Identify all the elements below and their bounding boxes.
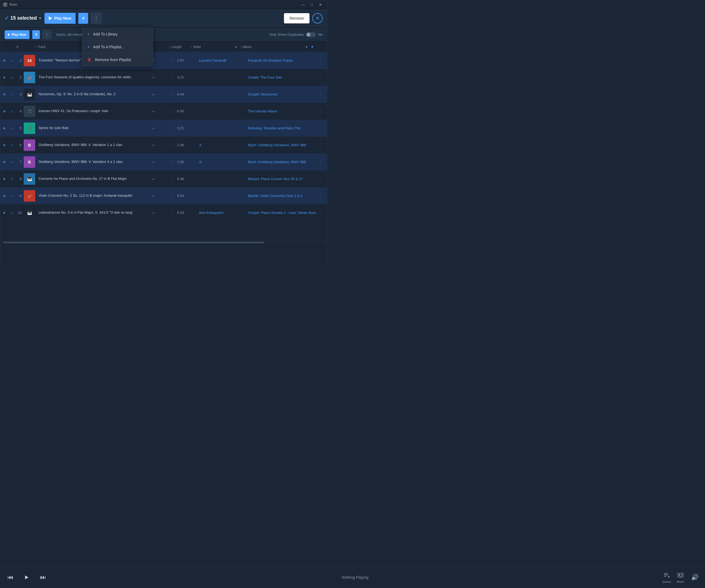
- row-play-button[interactable]: [2, 143, 7, 147]
- track-row[interactable]: ≡ 2 🎻 The Four Seasons (Il quattro stagi…: [0, 69, 327, 86]
- row-more-button[interactable]: ⋮: [316, 193, 325, 198]
- col-album-filter[interactable]: ▼: [305, 45, 311, 49]
- row-album[interactable]: Bartók: Violin Concertos Nos 1 & 2: [248, 194, 316, 198]
- row-album[interactable]: Bach: Goldberg Variations, BWV 988: [248, 143, 316, 147]
- row-album[interactable]: Chopin: Piano Sonata 2 - Liszt: Dante So…: [248, 211, 316, 215]
- row-drag-handle[interactable]: ≡: [11, 58, 13, 63]
- artist-filter-icon[interactable]: ▼: [235, 46, 237, 49]
- minimize-button[interactable]: —: [299, 2, 307, 8]
- row-more-button[interactable]: ⋮: [316, 176, 325, 181]
- row-album[interactable]: Pavarotti 24 Greatest Tracks: [248, 58, 316, 62]
- track-row[interactable]: ≡ 6 B Goldberg Variations, BWV 988: II. …: [0, 137, 327, 153]
- play-now-button[interactable]: Play Now: [44, 13, 76, 24]
- row-play-button[interactable]: [2, 160, 7, 164]
- row-checkbox[interactable]: [2, 194, 11, 198]
- heart-icon[interactable]: ♡: [171, 109, 175, 114]
- track-row[interactable]: ≡ 4 🎵 Imeneo HWV 41: Se Potessero i sosp…: [0, 103, 327, 120]
- heart-icon[interactable]: ♡: [171, 211, 175, 215]
- play-now-small-dropdown[interactable]: ▼: [32, 30, 40, 39]
- row-album[interactable]: Vivaldi: The Four Sea: [248, 75, 316, 79]
- row-heart[interactable]: ♡: [168, 160, 177, 164]
- row-heart[interactable]: ♡: [168, 177, 177, 181]
- row-more-button[interactable]: ⋮: [316, 92, 325, 97]
- horizontal-scrollbar-thumb[interactable]: [3, 242, 264, 243]
- selected-dropdown-arrow[interactable]: ▼: [39, 16, 42, 20]
- row-checkbox[interactable]: [2, 126, 11, 130]
- row-drag-handle[interactable]: ≡: [11, 92, 13, 97]
- row-play-button[interactable]: [2, 211, 7, 215]
- row-heart[interactable]: ♡: [168, 211, 177, 215]
- row-drag-handle[interactable]: ≡: [11, 143, 13, 147]
- remove-from-playlist-item[interactable]: 🗑 Remove from Playlist: [82, 53, 153, 66]
- heart-icon[interactable]: ♡: [171, 194, 175, 198]
- row-checkbox[interactable]: [2, 160, 11, 164]
- heart-icon[interactable]: ♡: [171, 143, 175, 147]
- col-artist-header[interactable]: ↕ Artist: [191, 45, 235, 49]
- row-play-button[interactable]: [2, 58, 7, 63]
- row-artist[interactable]: Ji: [199, 160, 242, 164]
- row-more-button[interactable]: ⋮: [316, 75, 325, 80]
- row-artist[interactable]: Ji: [199, 143, 242, 147]
- heart-icon[interactable]: ♡: [171, 126, 175, 130]
- row-drag-handle[interactable]: ≡: [11, 177, 13, 181]
- row-checkbox[interactable]: [2, 143, 11, 147]
- close-button[interactable]: ✕: [317, 2, 324, 8]
- row-play-button[interactable]: [2, 126, 7, 130]
- row-heart[interactable]: ♡: [168, 194, 177, 198]
- heart-icon[interactable]: ♡: [171, 75, 175, 80]
- row-play-button[interactable]: [2, 75, 7, 80]
- maximize-button[interactable]: □: [308, 2, 316, 8]
- album-filter-icon[interactable]: ▼: [305, 46, 308, 49]
- horizontal-scrollbar[interactable]: [0, 241, 327, 244]
- row-artist[interactable]: Aimi Kobayashi: [199, 211, 242, 215]
- more-options-button[interactable]: ⋮: [91, 13, 102, 24]
- row-drag-handle[interactable]: ≡: [11, 194, 13, 198]
- heart-icon[interactable]: ♡: [171, 92, 175, 97]
- track-row[interactable]: ≡ 9 🎻 Violin Concerto No. 2 Sz. 112 in B…: [0, 187, 327, 205]
- row-checkbox[interactable]: [2, 75, 11, 80]
- row-drag-handle[interactable]: ≡: [11, 109, 13, 114]
- row-checkbox[interactable]: [2, 109, 11, 114]
- track-row[interactable]: ≡ 10 🎹 Liebesträume No. 3 in A-Flat Majo…: [0, 205, 327, 221]
- row-more-button[interactable]: ⋮: [316, 210, 325, 215]
- more-options-small-button[interactable]: ⋮: [43, 30, 51, 39]
- row-more-button[interactable]: ⋮: [316, 126, 325, 131]
- row-checkbox[interactable]: [2, 177, 11, 181]
- col-album-header[interactable]: ↕ Album: [240, 45, 305, 49]
- duplicates-toggle[interactable]: [306, 32, 316, 37]
- row-album[interactable]: Bach: Goldberg Variations, BWV 988: [248, 160, 316, 164]
- row-heart[interactable]: ♡: [168, 58, 177, 63]
- remove-button[interactable]: Remove: [284, 13, 310, 24]
- track-row[interactable]: ≡ 3 🎹 Nocturnes, Op. 9: No. 2 in E flat …: [0, 86, 327, 103]
- row-play-button[interactable]: [2, 177, 7, 181]
- row-heart[interactable]: ♡: [168, 109, 177, 114]
- row-more-button[interactable]: ⋮: [316, 58, 325, 63]
- row-album[interactable]: Chopin: Nocturnes: [248, 92, 316, 96]
- row-heart[interactable]: ♡: [168, 143, 177, 147]
- row-album[interactable]: The Handel Album: [248, 109, 316, 113]
- track-row[interactable]: ≡ 8 🎹 Concerto for Piano and Orchestra N…: [0, 171, 327, 187]
- add-to-playlist-item[interactable]: + Add To A Playlist...: [82, 41, 153, 53]
- row-drag-handle[interactable]: ≡: [11, 160, 13, 164]
- row-more-button[interactable]: ⋮: [316, 108, 325, 114]
- col-chevron-header[interactable]: ▼: [311, 45, 316, 49]
- row-album[interactable]: Debussy: Sonatas and Piano Trio: [248, 126, 316, 130]
- row-drag-handle[interactable]: ≡: [11, 126, 13, 130]
- row-checkbox[interactable]: [2, 92, 11, 97]
- row-more-button[interactable]: ⋮: [316, 142, 325, 148]
- heart-icon[interactable]: ♡: [171, 160, 175, 164]
- heart-icon[interactable]: ♡: [171, 58, 175, 63]
- col-artist-filter[interactable]: ▼: [235, 45, 240, 49]
- row-heart[interactable]: ♡: [168, 126, 177, 130]
- play-now-small-button[interactable]: Play Now: [5, 30, 30, 39]
- row-album[interactable]: Mozart: Piano Concer Nos 25 & 27: [248, 177, 316, 181]
- close-selection-button[interactable]: ✕: [312, 13, 323, 24]
- row-play-button[interactable]: [2, 194, 7, 198]
- row-drag-handle[interactable]: ≡: [11, 75, 13, 80]
- row-heart[interactable]: ♡: [168, 75, 177, 80]
- row-heart[interactable]: ♡: [168, 92, 177, 97]
- row-artist[interactable]: Luciano Pavarotti: [199, 58, 242, 62]
- row-play-button[interactable]: [2, 92, 7, 97]
- add-to-library-item[interactable]: + Add To Library: [82, 28, 153, 41]
- track-row[interactable]: ≡ 1 24 Turandot: "Nessun dorma!" ⇌ ♡ 2:5…: [0, 52, 327, 69]
